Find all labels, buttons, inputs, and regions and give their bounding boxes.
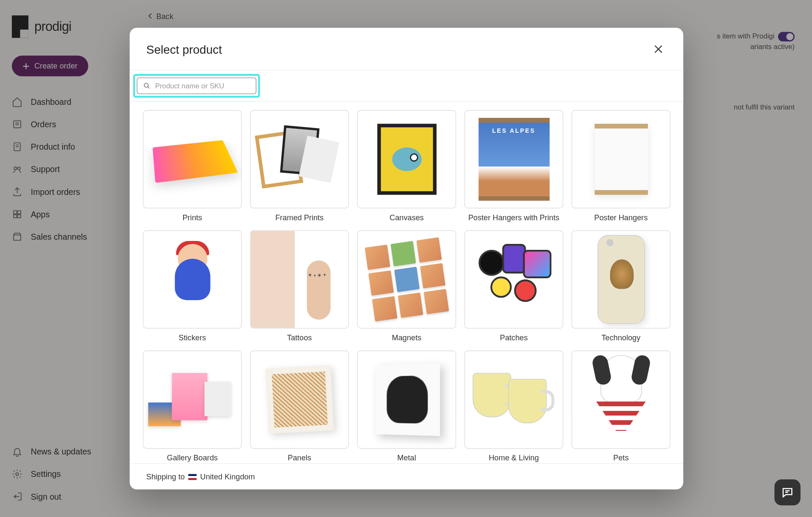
category-poster-hangers[interactable]: Poster Hangers [571, 110, 670, 222]
category-poster-hangers-prints[interactable]: Poster Hangers with Prints [464, 110, 563, 222]
close-icon [653, 43, 664, 55]
modal-title: Select product [146, 43, 222, 57]
category-label: Technology [571, 328, 670, 342]
category-label: Home & Living [464, 449, 563, 462]
category-magnets[interactable]: Magnets [357, 230, 456, 342]
category-label: Magnets [357, 328, 456, 342]
shipping-country[interactable]: United Kingdom [200, 472, 255, 481]
search-input[interactable] [155, 82, 250, 90]
category-label: Patches [464, 328, 563, 342]
modal-header: Select product [130, 28, 683, 70]
search-icon [143, 82, 151, 90]
category-label: Framed Prints [250, 208, 349, 222]
category-label: Prints [143, 208, 241, 222]
modal-footer: Shipping to United Kingdom [130, 463, 683, 490]
search-wrap [137, 77, 256, 94]
category-patches[interactable]: Patches [464, 230, 563, 342]
category-label: Gallery Boards [143, 449, 241, 462]
category-technology[interactable]: Technology [571, 230, 670, 342]
modal-overlay: Select product Prints Framed Prints Canv… [0, 0, 812, 517]
category-home-living[interactable]: Home & Living [464, 350, 563, 462]
category-label: Panels [250, 449, 349, 462]
category-label: Pets [571, 449, 670, 462]
uk-flag-icon [188, 474, 197, 480]
category-grid: Prints Framed Prints Canvases Poster Han… [143, 110, 670, 463]
close-button[interactable] [650, 41, 667, 59]
shipping-prefix: Shipping to [146, 472, 185, 481]
category-label: Tattoos [250, 328, 349, 342]
category-canvases[interactable]: Canvases [357, 110, 456, 222]
select-product-modal: Select product Prints Framed Prints Canv… [130, 28, 683, 490]
category-tattoos[interactable]: ★ ⬥ ◈ ✦Tattoos [250, 230, 349, 342]
search-bar [130, 70, 683, 102]
category-label: Stickers [143, 328, 241, 342]
category-label: Poster Hangers [571, 208, 670, 222]
category-framed-prints[interactable]: Framed Prints [250, 110, 349, 222]
category-label: Metal [357, 449, 456, 462]
category-pets[interactable]: Pets [571, 350, 670, 462]
category-prints[interactable]: Prints [143, 110, 241, 222]
category-label: Poster Hangers with Prints [464, 208, 563, 222]
search-highlight [133, 74, 260, 98]
category-panels[interactable]: Panels [250, 350, 349, 462]
category-stickers[interactable]: Stickers [143, 230, 241, 342]
modal-body[interactable]: Prints Framed Prints Canvases Poster Han… [130, 102, 683, 463]
category-gallery-boards[interactable]: Gallery Boards [143, 350, 241, 462]
chat-fab[interactable] [774, 479, 801, 506]
chat-icon [781, 486, 794, 499]
svg-point-10 [144, 83, 148, 88]
category-metal[interactable]: Metal [357, 350, 456, 462]
category-label: Canvases [357, 208, 456, 222]
